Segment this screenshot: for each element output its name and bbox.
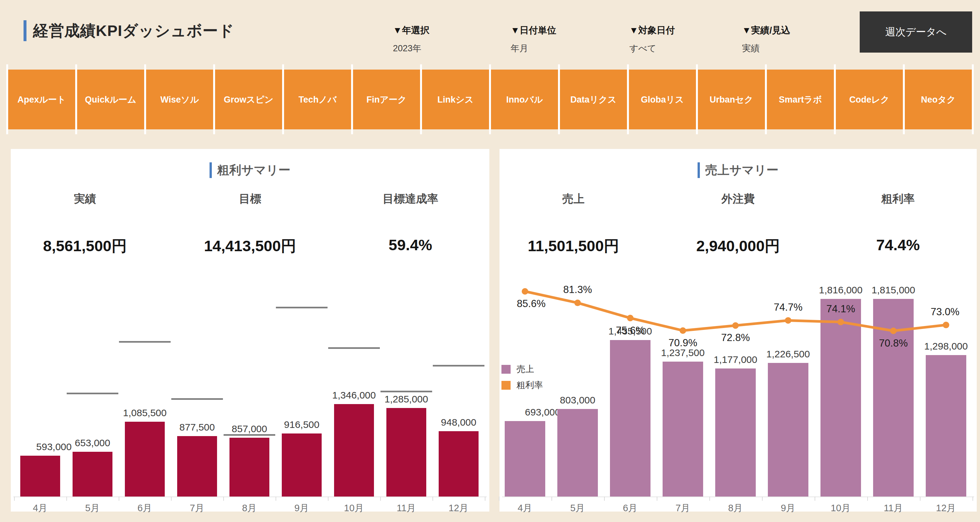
bar-6月[interactable] bbox=[125, 422, 165, 497]
margin-rate-label: 73.0% bbox=[914, 306, 976, 318]
x-axis-tick bbox=[275, 497, 276, 501]
target-line-5月[interactable] bbox=[67, 393, 118, 394]
bar-value-label: 1,085,500 bbox=[102, 407, 187, 419]
bar-value-label: 948,000 bbox=[416, 417, 501, 428]
x-axis-month-label: 5月 bbox=[68, 502, 117, 515]
company-tab[interactable]: Quickルーム bbox=[77, 70, 144, 129]
company-tab[interactable]: Wiseソル bbox=[146, 70, 213, 129]
x-axis-tick bbox=[380, 497, 381, 501]
margin-rate-label: 74.1% bbox=[810, 303, 872, 315]
margin-rate-label: 75.6% bbox=[599, 325, 661, 336]
x-axis-tick bbox=[223, 497, 224, 501]
tab-separator bbox=[972, 64, 974, 134]
x-axis-tick bbox=[66, 497, 67, 501]
filter-year-value[interactable]: 2023年 bbox=[393, 43, 501, 54]
company-tab[interactable]: Techノバ bbox=[284, 70, 351, 129]
x-axis-month-label: 4月 bbox=[16, 502, 65, 515]
bar-9月[interactable] bbox=[282, 433, 321, 497]
page-title: 経営成績KPIダッシュボード bbox=[33, 21, 234, 41]
gross-profit-chart: 4月5月6月7月8月9月10月11月12月593,000653,0001,085… bbox=[11, 149, 489, 512]
margin-rate-label: 72.8% bbox=[705, 332, 767, 344]
filter-date-unit-label: ▼日付単位 bbox=[511, 24, 619, 36]
weekly-data-button[interactable]: 週次データへ bbox=[860, 11, 972, 52]
company-tab[interactable]: Codeレク bbox=[836, 70, 903, 129]
legend-item[interactable]: 粗利率 bbox=[501, 379, 543, 391]
x-axis-month-label: 10月 bbox=[329, 502, 379, 515]
legend-label: 粗利率 bbox=[517, 379, 543, 391]
company-tab[interactable]: Urbanセク bbox=[698, 70, 765, 129]
legend-item[interactable]: 売上 bbox=[501, 363, 543, 375]
bar-5月[interactable] bbox=[73, 452, 113, 497]
filter-actual-forecast-value[interactable]: 実績 bbox=[742, 43, 850, 54]
bar-7月[interactable] bbox=[177, 436, 217, 497]
kpi-dashboard: 経営成績KPIダッシュボード ▼年選択 2023年 ▼日付単位 年月 ▼対象日付… bbox=[0, 0, 980, 522]
company-tab[interactable]: Finアーク bbox=[353, 70, 420, 129]
target-line-10月[interactable] bbox=[328, 347, 380, 349]
x-axis-tick bbox=[14, 497, 15, 501]
target-line-11月[interactable] bbox=[380, 391, 432, 392]
company-tab[interactable]: Linkシス bbox=[422, 70, 489, 129]
target-line-9月[interactable] bbox=[276, 307, 328, 308]
company-tab[interactable]: Growスピン bbox=[215, 70, 282, 129]
bar-10月[interactable] bbox=[334, 404, 374, 497]
bar-4月[interactable] bbox=[20, 456, 60, 497]
filter-target-date[interactable]: ▼対象日付 すべて bbox=[629, 24, 737, 54]
line-point-8月[interactable] bbox=[732, 322, 739, 328]
line-point-10月[interactable] bbox=[837, 319, 844, 325]
x-axis-month-label: 9月 bbox=[277, 502, 326, 515]
x-axis-tick bbox=[171, 497, 172, 501]
sales-chart: 4月5月6月7月8月9月10月11月12月693,000803,0001,435… bbox=[500, 149, 977, 512]
legend-swatch bbox=[501, 381, 511, 390]
bar-value-label: 653,000 bbox=[50, 437, 135, 449]
company-tab-bar: ApexルートQuickルームWiseソルGrowスピンTechノバFinアーク… bbox=[0, 64, 980, 134]
x-axis-tick bbox=[119, 497, 119, 501]
x-axis-month-label: 6月 bbox=[120, 502, 169, 515]
bar-8月[interactable] bbox=[229, 438, 269, 497]
bar-12月[interactable] bbox=[439, 431, 479, 497]
line-point-5月[interactable] bbox=[574, 300, 581, 306]
margin-rate-line bbox=[500, 149, 977, 512]
x-axis-month-label: 11月 bbox=[382, 502, 431, 515]
line-point-12月[interactable] bbox=[943, 322, 949, 328]
margin-rate-label: 85.6% bbox=[500, 298, 562, 310]
x-axis-tick bbox=[485, 497, 485, 501]
company-tab[interactable]: Apexルート bbox=[8, 70, 75, 129]
filter-date-unit[interactable]: ▼日付単位 年月 bbox=[511, 24, 619, 54]
line-point-9月[interactable] bbox=[785, 317, 791, 324]
x-axis-line bbox=[13, 497, 487, 497]
x-axis-month-label: 7月 bbox=[173, 502, 222, 515]
line-point-6月[interactable] bbox=[627, 315, 633, 321]
legend-label: 売上 bbox=[517, 363, 534, 375]
filter-actual-forecast[interactable]: ▼実績/見込 実績 bbox=[742, 24, 850, 54]
filter-year-label: ▼年選択 bbox=[393, 24, 501, 36]
filter-actual-forecast-label: ▼実績/見込 bbox=[742, 24, 850, 36]
margin-rate-label: 81.3% bbox=[547, 284, 609, 296]
company-tab[interactable]: Globaリス bbox=[629, 70, 696, 129]
company-tab[interactable]: Smartラボ bbox=[767, 70, 834, 129]
x-axis-month-label: 12月 bbox=[434, 502, 483, 515]
filter-date-unit-value[interactable]: 年月 bbox=[511, 43, 619, 54]
line-point-4月[interactable] bbox=[522, 288, 528, 295]
company-tab[interactable]: Dataリクス bbox=[560, 70, 627, 129]
legend-swatch bbox=[501, 365, 511, 374]
filter-target-date-label: ▼対象日付 bbox=[629, 24, 737, 36]
line-point-7月[interactable] bbox=[679, 327, 686, 334]
filter-target-date-value[interactable]: すべて bbox=[629, 43, 737, 54]
x-axis-tick bbox=[433, 497, 433, 501]
company-tab[interactable]: Neoタク bbox=[905, 70, 972, 129]
gross-profit-panel: 粗利サマリー 実績 目標 目標達成率 8,561,500円 14,413,500… bbox=[11, 149, 489, 512]
x-axis-tick bbox=[328, 497, 329, 501]
margin-rate-label: 70.8% bbox=[862, 338, 924, 349]
company-tab[interactable]: Innoバル bbox=[491, 70, 558, 129]
page-title-wrap: 経営成績KPIダッシュボード bbox=[24, 20, 234, 41]
bar-value-label: 1,285,000 bbox=[364, 393, 449, 405]
target-line-7月[interactable] bbox=[171, 398, 223, 400]
target-line-6月[interactable] bbox=[119, 341, 171, 343]
filter-year[interactable]: ▼年選択 2023年 bbox=[393, 24, 501, 54]
chart-legend: 売上粗利率 bbox=[501, 363, 543, 395]
target-line-12月[interactable] bbox=[433, 365, 484, 367]
line-point-11月[interactable] bbox=[890, 328, 897, 334]
x-axis-month-label: 8月 bbox=[225, 502, 274, 515]
target-line-8月[interactable] bbox=[224, 434, 275, 436]
title-accent-bar bbox=[24, 20, 27, 41]
